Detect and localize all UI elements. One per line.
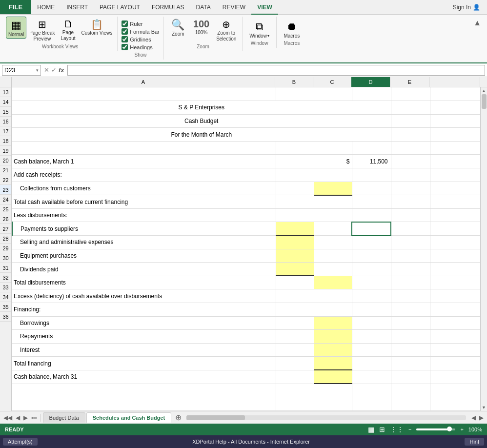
view-page-layout-icon[interactable]: ⊞ xyxy=(379,426,385,433)
normal-view-button[interactable]: ▦ Normal xyxy=(6,17,26,39)
gridlines-checkbox-item[interactable]: Gridlines xyxy=(122,36,160,42)
custom-views-button[interactable]: 📋 Custom Views xyxy=(80,17,115,37)
col-header-b[interactable]: B xyxy=(275,77,313,87)
table-row: Total cash available before current fina… xyxy=(12,195,480,209)
tab-review[interactable]: REVIEW xyxy=(217,0,251,15)
table-row: Equipment purchases xyxy=(12,249,480,263)
table-row: Selling and administrative expenses xyxy=(12,236,480,249)
ruler-checkbox[interactable] xyxy=(122,20,128,27)
table-row: Cash balance, March 31 xyxy=(12,370,480,384)
table-row: Repayments xyxy=(12,330,480,344)
sign-in-button[interactable]: Sign In 👤 xyxy=(446,0,487,15)
formula-input[interactable] xyxy=(67,65,485,76)
horizontal-scrollbar[interactable] xyxy=(186,415,466,420)
formula-confirm-icon[interactable]: ✓ xyxy=(51,66,57,74)
vertical-scrollbar[interactable]: ▲ ▼ xyxy=(480,87,487,411)
table-row xyxy=(12,87,480,101)
table-row: Financing: xyxy=(12,303,480,317)
view-normal-icon[interactable]: ▦ xyxy=(368,426,374,433)
table-row: Less disbursements: xyxy=(12,208,480,222)
zoom-button[interactable]: 🔍 Zoom xyxy=(167,17,189,38)
table-row: Dividends paid xyxy=(12,263,480,276)
hscroll-right[interactable]: ▶ xyxy=(478,414,485,422)
table-row: Borrowings xyxy=(12,316,480,330)
sheet-nav-next[interactable]: ▶ xyxy=(22,414,29,422)
table-row: Collections from customers xyxy=(12,182,480,195)
headings-checkbox[interactable] xyxy=(122,44,128,50)
view-page-break-icon[interactable]: ⋮⋮ xyxy=(390,426,404,433)
table-row: For the Month of March xyxy=(12,128,480,142)
status-ready: READY xyxy=(5,427,24,432)
macros-button[interactable]: ⏺ Macros xyxy=(280,19,304,40)
table-row: Interest xyxy=(12,343,480,357)
sheet-tab-budget-data[interactable]: Budget Data xyxy=(43,412,85,423)
table-row: Total disbursements xyxy=(12,276,480,289)
table-row xyxy=(12,384,480,397)
gridlines-checkbox[interactable] xyxy=(122,36,128,42)
tab-formulas[interactable]: FORMULAS xyxy=(146,0,190,15)
formula-fx-icon[interactable]: fx xyxy=(59,66,64,74)
corner-cell xyxy=(0,77,12,87)
zoom-minus-icon[interactable]: − xyxy=(408,427,411,432)
formula-cancel-icon[interactable]: ✕ xyxy=(44,66,49,74)
zoom-plus-icon[interactable]: + xyxy=(460,427,463,432)
row-headers: 13 14 15 16 17 18 19 20 21 22 23 24 25 2… xyxy=(0,87,12,411)
spreadsheet-grid[interactable]: S & P Enterprises Cash Budget For xyxy=(12,87,480,411)
zoom-to-selection-button[interactable]: ⊕ Zoom toSelection xyxy=(213,17,239,43)
zoom-slider[interactable] xyxy=(416,428,455,430)
tab-view[interactable]: VIEW xyxy=(251,0,278,15)
table-row: S & P Enterprises xyxy=(12,101,480,115)
taskbar-center-text: XDPortal Help - All Documents - Internet… xyxy=(40,439,463,445)
col-header-a[interactable]: A xyxy=(12,77,275,87)
formula-bar-checkbox-item[interactable]: Formula Bar xyxy=(122,28,160,35)
hscroll-left[interactable]: ◀ xyxy=(470,414,477,422)
table-row xyxy=(12,397,480,411)
tab-data[interactable]: DATA xyxy=(190,0,217,15)
sheet-nav-first[interactable]: ◀◀ xyxy=(2,414,14,422)
formula-bar-checkbox[interactable] xyxy=(122,28,128,35)
table-row: Add cash receipts: xyxy=(12,168,480,182)
tab-page-layout[interactable]: PAGE LAYOUT xyxy=(94,0,146,15)
sheet-tab-schedules[interactable]: Schedules and Cash Budget xyxy=(86,412,172,423)
zoom-100-button[interactable]: 100 100% xyxy=(190,17,212,36)
tab-home[interactable]: HOME xyxy=(31,0,61,15)
table-row xyxy=(12,141,480,155)
col-header-c[interactable]: C xyxy=(313,77,351,87)
ruler-checkbox-item[interactable]: Ruler xyxy=(122,20,160,27)
hint-button[interactable]: Hint xyxy=(465,438,484,446)
sheet-nav-more[interactable]: ••• xyxy=(30,414,39,421)
tab-insert[interactable]: INSERT xyxy=(61,0,94,15)
window-button[interactable]: ⧉ Window ▾ xyxy=(245,19,273,40)
col-header-d[interactable]: D xyxy=(351,77,390,87)
table-row: Cash balance, March 1 $ 11,500 xyxy=(12,155,480,168)
col-header-e[interactable]: E xyxy=(390,77,429,87)
sheet-nav-prev[interactable]: ◀ xyxy=(14,414,21,422)
table-row: Cash Budget xyxy=(12,114,480,128)
page-break-preview-button[interactable]: ⊞ Page BreakPreview xyxy=(27,17,57,43)
page-layout-button[interactable]: 🗋 PageLayout xyxy=(58,17,79,42)
collapse-ribbon-button[interactable]: ▲ xyxy=(470,17,484,29)
file-tab[interactable]: FILE xyxy=(0,0,31,14)
table-row: Excess (deficiency) of cash available ov… xyxy=(12,289,480,303)
table-row: Payments to suppliers xyxy=(12,222,480,236)
attempts-label[interactable]: Attempt(s) xyxy=(3,438,38,446)
add-sheet-button[interactable]: ⊕ xyxy=(172,413,184,422)
name-box[interactable]: D23 ▾ xyxy=(2,65,41,76)
zoom-percent: 100% xyxy=(468,427,482,432)
headings-checkbox-item[interactable]: Headings xyxy=(122,44,160,50)
table-row: Total financing xyxy=(12,357,480,370)
